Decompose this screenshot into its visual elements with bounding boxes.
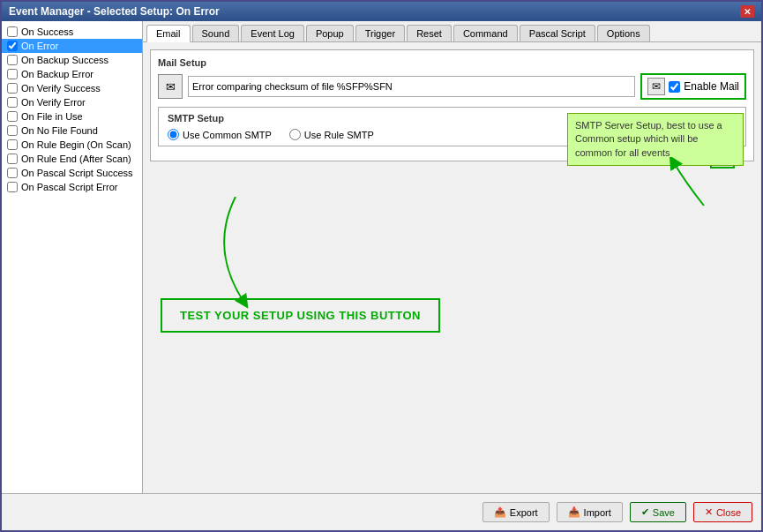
close-x-icon: ✕ — [705, 506, 713, 518]
smtp-rule-option[interactable]: Use Rule SMTP — [289, 129, 374, 140]
sidebar-item-on-verify-success[interactable]: On Verify Success — [2, 81, 142, 95]
sidebar-label-on-pascal-error: On Pascal Script Error — [21, 182, 117, 192]
close-button[interactable]: ✕ Close — [693, 502, 752, 522]
sidebar-label-on-verify-success: On Verify Success — [21, 83, 101, 94]
main-window: Event Manager - Selected Setup: On Error… — [0, 0, 763, 532]
right-panel: EmailSoundEvent LogPopupTriggerResetComm… — [143, 21, 761, 493]
test-button-area: TEST YOUR SETUP USING THIS BUTTON — [161, 298, 440, 333]
sidebar-item-on-verify-error[interactable]: On Verify Error — [2, 95, 142, 109]
sidebar-label-on-no-file-found: On No File Found — [21, 125, 98, 136]
sidebar-item-on-no-file-found[interactable]: On No File Found — [2, 124, 142, 138]
export-label: Export — [510, 507, 538, 518]
mail-envelope-button[interactable]: ✉ — [158, 74, 183, 99]
sidebar-checkbox-on-backup-success[interactable] — [7, 55, 18, 65]
sidebar-checkbox-on-pascal-success[interactable] — [7, 168, 18, 178]
smtp-rule-label: Use Rule SMTP — [304, 130, 374, 140]
enable-mail-checkbox[interactable] — [669, 81, 680, 93]
content-area: Mail Setup ✉ ✉ Enable Mail — [143, 42, 761, 493]
mail-setup-label: Mail Setup — [158, 57, 746, 68]
sidebar-checkbox-on-rule-end[interactable] — [7, 154, 18, 164]
smtp-common-label: Use Common SMTP — [183, 130, 272, 140]
smtp-rule-radio[interactable] — [289, 129, 301, 140]
mail-icon: ✉ — [652, 80, 661, 93]
main-content: On SuccessOn ErrorOn Backup SuccessOn Ba… — [2, 21, 761, 493]
window-title: Event Manager - Selected Setup: On Error — [9, 5, 220, 18]
sidebar-item-on-rule-begin[interactable]: On Rule Begin (On Scan) — [2, 138, 142, 152]
sidebar: On SuccessOn ErrorOn Backup SuccessOn Ba… — [2, 21, 143, 493]
enable-mail-label[interactable]: Enable Mail — [684, 80, 739, 93]
import-button[interactable]: 📥 Import — [557, 502, 623, 522]
save-checkmark-icon: ✔ — [641, 506, 649, 518]
sidebar-checkbox-on-error[interactable] — [7, 41, 18, 51]
sidebar-item-on-backup-error[interactable]: On Backup Error — [2, 67, 142, 81]
close-label: Close — [716, 507, 741, 518]
sidebar-item-on-success[interactable]: On Success — [2, 25, 142, 39]
sidebar-label-on-file-in-use: On File in Use — [21, 111, 83, 122]
sidebar-label-on-rule-begin: On Rule Begin (On Scan) — [21, 139, 131, 150]
sidebar-checkbox-on-verify-error[interactable] — [7, 97, 18, 108]
sidebar-checkbox-on-backup-error[interactable] — [7, 69, 18, 79]
sidebar-item-on-backup-success[interactable]: On Backup Success — [2, 53, 142, 67]
import-label: Import — [584, 507, 611, 518]
sidebar-item-on-pascal-success[interactable]: On Pascal Script Success — [2, 166, 142, 180]
tab-trigger[interactable]: Trigger — [355, 25, 405, 41]
tab-command[interactable]: Command — [453, 25, 518, 41]
test-button-arrow-svg — [209, 197, 280, 311]
sidebar-label-on-pascal-success: On Pascal Script Success — [21, 168, 133, 178]
smtp-common-radio[interactable] — [168, 129, 179, 140]
sidebar-item-on-rule-end[interactable]: On Rule End (After Scan) — [2, 152, 142, 166]
enable-mail-box: ✉ Enable Mail — [640, 73, 746, 100]
sidebar-checkbox-on-no-file-found[interactable] — [7, 125, 18, 136]
smtp-common-option[interactable]: Use Common SMTP — [168, 129, 272, 140]
mail-input-row: ✉ ✉ Enable Mail — [158, 73, 746, 100]
sidebar-label-on-error: On Error — [21, 41, 58, 51]
sidebar-checkbox-on-verify-success[interactable] — [7, 83, 18, 94]
sidebar-label-on-verify-error: On Verify Error — [21, 97, 86, 108]
tab-popup[interactable]: Popup — [306, 25, 354, 41]
tab-pascal-script[interactable]: Pascal Script — [520, 25, 595, 41]
enable-mail-icon-btn[interactable]: ✉ — [647, 78, 665, 95]
test-setup-button[interactable]: TEST YOUR SETUP USING THIS BUTTON — [161, 298, 440, 333]
save-label: Save — [653, 507, 675, 518]
sidebar-checkbox-on-file-in-use[interactable] — [7, 111, 18, 122]
sidebar-item-on-pascal-error[interactable]: On Pascal Script Error — [2, 180, 142, 194]
tab-options[interactable]: Options — [597, 25, 650, 41]
sidebar-checkbox-on-pascal-error[interactable] — [7, 182, 18, 192]
sidebar-label-on-success: On Success — [21, 26, 73, 37]
sidebar-checkbox-on-rule-begin[interactable] — [7, 139, 18, 150]
sidebar-label-on-backup-success: On Backup Success — [21, 55, 108, 65]
envelope-icon: ✉ — [166, 80, 176, 94]
sidebar-item-on-file-in-use[interactable]: On File in Use — [2, 109, 142, 124]
mail-text-field[interactable] — [188, 76, 635, 97]
tab-reset[interactable]: Reset — [407, 25, 452, 41]
import-icon: 📥 — [568, 506, 580, 518]
bottom-bar: 📤 Export 📥 Import ✔ Save ✕ Close — [2, 493, 761, 530]
sidebar-checkbox-on-success[interactable] — [7, 26, 18, 37]
export-button[interactable]: 📤 Export — [482, 502, 550, 522]
save-button[interactable]: ✔ Save — [630, 502, 686, 522]
sidebar-item-on-error[interactable]: On Error — [2, 39, 142, 53]
tab-event-log[interactable]: Event Log — [241, 25, 304, 41]
smtp-tooltip-text: SMTP Server Setup, best to use a Common … — [575, 120, 722, 158]
title-bar: Event Manager - Selected Setup: On Error… — [2, 2, 761, 21]
tab-email[interactable]: Email — [146, 25, 191, 42]
tab-sound[interactable]: Sound — [192, 25, 240, 41]
tab-bar: EmailSoundEvent LogPopupTriggerResetComm… — [143, 21, 761, 42]
sidebar-label-on-backup-error: On Backup Error — [21, 69, 94, 79]
window-close-button[interactable]: ✕ — [740, 5, 754, 18]
export-icon: 📤 — [494, 506, 506, 518]
sidebar-label-on-rule-end: On Rule End (After Scan) — [21, 154, 131, 164]
smtp-tooltip: SMTP Server Setup, best to use a Common … — [567, 113, 744, 166]
